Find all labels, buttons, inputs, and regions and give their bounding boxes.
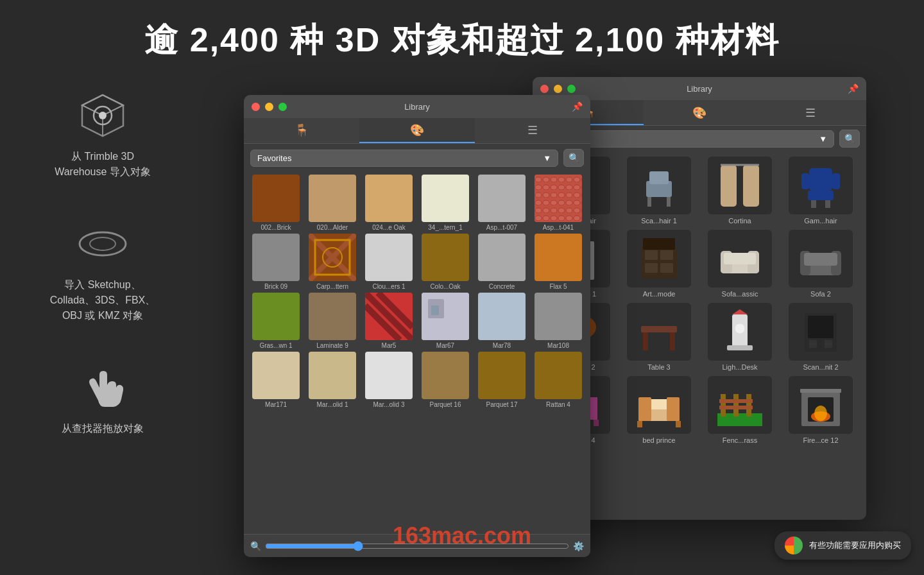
material-item[interactable]: Rattan 4	[531, 352, 585, 408]
material-thumbnail	[252, 293, 300, 340]
svg-rect-20	[825, 200, 830, 208]
drag-label: 从查找器拖放对象	[62, 421, 144, 436]
left-close-btn[interactable]	[252, 103, 260, 111]
material-name: Mar171	[265, 401, 287, 408]
left-tab-list[interactable]: ☰	[475, 118, 590, 143]
right-window-controls[interactable]	[540, 85, 576, 93]
material-name: Mar...olid 3	[373, 401, 405, 408]
svg-rect-11	[649, 171, 669, 184]
material-item[interactable]: Parquet 17	[475, 352, 529, 408]
zoom-slider[interactable]	[265, 541, 569, 551]
svg-rect-91	[431, 305, 439, 315]
material-item[interactable]: Flax 5	[531, 234, 585, 290]
material-name: Parquet 16	[430, 401, 461, 408]
material-name: Carp...ttern	[316, 283, 348, 290]
object-name: Sofa 2	[810, 290, 831, 298]
svg-rect-64	[637, 421, 642, 427]
left-window-controls[interactable]	[252, 103, 287, 111]
library-window-left: Library 📌 🪑 🎨 ☰ Favorites ▼ 🔍 002...Bric…	[244, 95, 590, 557]
material-item[interactable]: 002...Brick	[249, 175, 303, 231]
right-search-button[interactable]: 🔍	[839, 130, 860, 148]
material-item[interactable]: Parquet 16	[418, 352, 472, 408]
right-tab-list[interactable]: ☰	[755, 100, 866, 125]
object-item[interactable]: Cortina	[702, 157, 778, 225]
svg-rect-40	[804, 253, 837, 266]
svg-rect-63	[667, 397, 680, 421]
material-name: Brick 09	[264, 283, 287, 290]
svg-rect-62	[638, 397, 651, 421]
material-thumbnail	[478, 352, 526, 399]
material-item[interactable]: Gras...wn 1	[249, 293, 303, 349]
left-maximize-btn[interactable]	[278, 103, 287, 111]
object-thumbnail	[627, 230, 691, 288]
left-minimize-btn[interactable]	[265, 103, 273, 111]
left-tab-objects[interactable]: 🪑	[244, 118, 359, 143]
object-item[interactable]: bed prince	[621, 376, 697, 444]
object-item[interactable]: Ligh...Desk	[702, 303, 778, 371]
material-item[interactable]: 34_...tern_1	[418, 175, 472, 231]
object-name: Cortina	[728, 217, 751, 225]
material-item[interactable]: Mar78	[475, 293, 529, 349]
svg-rect-59	[594, 420, 599, 426]
right-minimize-btn[interactable]	[554, 85, 562, 93]
material-item[interactable]: Mar67	[418, 293, 472, 349]
material-thumbnail	[535, 234, 582, 281]
object-item[interactable]: Table 3	[621, 303, 697, 371]
left-search-dropdown[interactable]: Favorites ▼	[250, 150, 558, 167]
material-thumbnail	[478, 293, 526, 340]
object-thumbnail	[789, 303, 853, 361]
material-item[interactable]: Mar171	[249, 352, 303, 408]
material-item[interactable]: Mar108	[531, 293, 585, 349]
iap-text: 有些功能需要应用内购买	[809, 540, 901, 551]
material-thumbnail	[309, 175, 356, 222]
circle-icon	[77, 218, 128, 270]
material-item[interactable]: Brick 09	[249, 234, 303, 290]
object-item[interactable]: Scan...nit 2	[783, 303, 859, 371]
object-item[interactable]: Sca...hair 1	[621, 157, 697, 225]
material-item[interactable]: Asp...t-007	[475, 175, 529, 231]
right-maximize-btn[interactable]	[567, 85, 576, 93]
material-item[interactable]: 024...e Oak	[362, 175, 416, 231]
svg-rect-67	[721, 394, 726, 416]
svg-rect-53	[825, 340, 832, 348]
material-item[interactable]: Concrete	[475, 234, 529, 290]
material-item[interactable]: Mar5	[362, 293, 416, 349]
object-item[interactable]: Sofa 2	[783, 230, 859, 298]
left-bottom-bar: 🔍 ⚙️	[244, 534, 590, 557]
right-pin-icon[interactable]: 📌	[848, 83, 859, 94]
feature-trimble: 从 Trimble 3DWarehouse 导入对象	[38, 90, 167, 180]
material-item[interactable]: Mar...olid 3	[362, 352, 416, 408]
material-thumbnail	[365, 352, 413, 399]
object-item[interactable]: Gam...hair	[783, 157, 859, 225]
material-thumbnail	[535, 175, 582, 222]
material-item[interactable]: Asp...t-041	[531, 175, 585, 231]
right-close-btn[interactable]	[540, 85, 549, 93]
left-pin-icon[interactable]: 📌	[572, 101, 583, 112]
sketchup-label: 导入 Sketchup、Collada、3DS、FBX、OBJ 或 KMZ 对象	[50, 277, 156, 323]
material-item[interactable]: Mar...olid 1	[305, 352, 359, 408]
left-search-button[interactable]: 🔍	[563, 149, 584, 167]
material-item[interactable]: Clou...ers 1	[362, 234, 416, 290]
left-tab-bar: 🪑 🎨 ☰	[244, 118, 590, 144]
left-tab-materials[interactable]: 🎨	[359, 118, 475, 143]
svg-rect-29	[645, 250, 658, 260]
material-item[interactable]: Laminate 9	[305, 293, 359, 349]
svg-rect-14	[721, 165, 737, 207]
material-name: Asp...t-007	[486, 224, 517, 231]
material-item[interactable]: Colo...Oak	[418, 234, 472, 290]
object-item[interactable]: Fire...ce 12	[783, 376, 859, 444]
object-item[interactable]: Sofa...assic	[702, 230, 778, 298]
svg-rect-49	[727, 345, 753, 350]
object-name: Table 3	[647, 363, 670, 371]
object-item[interactable]: Art...mode	[621, 230, 697, 298]
object-item[interactable]: Fenc...rass	[702, 376, 778, 444]
svg-point-6	[90, 237, 116, 250]
bottom-filter-icon[interactable]: ⚙️	[573, 541, 584, 551]
material-item[interactable]: 020...Alder	[305, 175, 359, 231]
svg-rect-12	[647, 197, 651, 207]
material-item[interactable]: Carp...ttern	[305, 234, 359, 290]
material-name: Mar78	[493, 342, 511, 349]
svg-rect-43	[641, 326, 677, 332]
right-tab-materials[interactable]: 🎨	[644, 100, 755, 125]
right-window-title: Library	[687, 84, 712, 94]
